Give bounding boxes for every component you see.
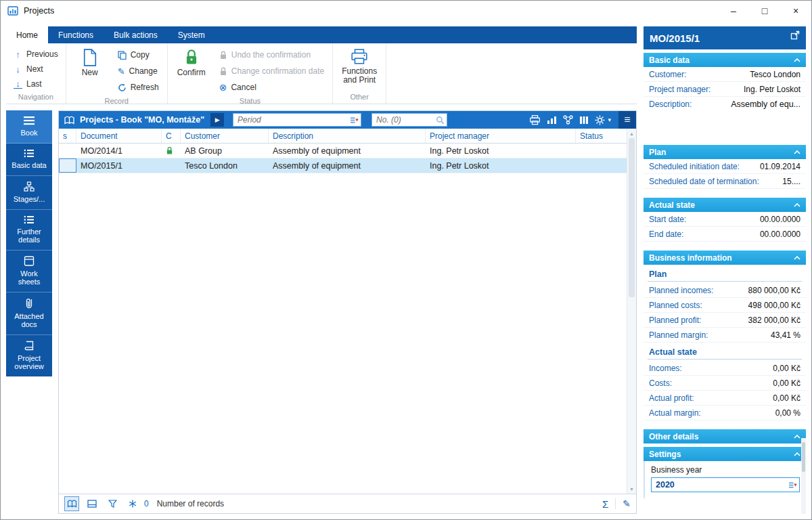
arrow-up-icon: ↑ xyxy=(14,50,22,59)
freeze-count-icon[interactable] xyxy=(125,496,140,511)
refresh-button[interactable]: Refresh xyxy=(115,80,162,95)
main-row: Book Basic data Stages/... xyxy=(6,104,637,514)
related-agendas-icon[interactable] xyxy=(563,115,573,125)
list-footer: 0 Number of records Σ ✎ xyxy=(59,494,636,513)
tab-system[interactable]: System xyxy=(168,26,215,43)
sidebar-item-label: Book xyxy=(20,129,37,137)
section-header-other-details[interactable]: Other details xyxy=(644,429,806,443)
columns-icon[interactable] xyxy=(579,116,589,125)
scrollbar-track[interactable] xyxy=(627,138,636,484)
period-input[interactable] xyxy=(233,115,350,125)
table-row[interactable]: MO/2014/1 AB Group Assembly of equipment… xyxy=(59,144,627,158)
settings-gear-icon[interactable] xyxy=(595,115,605,125)
table-empty-area xyxy=(59,173,627,494)
sidebar-item-label: Further details xyxy=(11,228,47,244)
book-icon xyxy=(24,341,35,351)
next-button[interactable]: ↓ Next xyxy=(12,62,60,76)
section-header-actual-state[interactable]: Actual state xyxy=(644,198,806,212)
section-header-business-information[interactable]: Business information xyxy=(644,251,806,265)
sidebar-item-work-sheets[interactable]: Work sheets xyxy=(6,251,52,292)
functions-and-print-button[interactable]: Functions and Print xyxy=(337,45,382,93)
section-header-basic-data[interactable]: Basic data xyxy=(644,53,806,67)
arrow-down-icon: ↓ xyxy=(14,65,22,74)
sidebar-item-basic-data[interactable]: Basic data xyxy=(6,144,52,176)
maximize-button[interactable]: □ xyxy=(749,1,780,21)
number-search-box[interactable] xyxy=(371,113,447,127)
field-label: Customer: xyxy=(649,70,686,79)
column-header-c[interactable]: C xyxy=(162,129,181,143)
number-search-input[interactable] xyxy=(372,115,436,125)
field-label: Planned incomes: xyxy=(649,286,713,295)
tab-functions[interactable]: Functions xyxy=(48,26,104,43)
expand-panel-icon[interactable] xyxy=(790,30,800,40)
app-body: Home Functions Bulk actions System ↑ Pre… xyxy=(1,21,811,519)
section-header-plan[interactable]: Plan xyxy=(644,145,806,159)
change-confirmation-date-button[interactable]: Change confirmation date xyxy=(217,64,327,79)
close-button[interactable]: × xyxy=(780,1,811,21)
sidebar-item-label: Attached docs xyxy=(11,312,47,328)
table-row-selected[interactable]: MO/2015/1 Tesco London Assembly of equip… xyxy=(59,158,627,173)
list-menu-button[interactable]: ≡ xyxy=(618,111,636,129)
scroll-up-icon[interactable]: ▲ xyxy=(629,129,634,138)
footer-right-icons: Σ ✎ xyxy=(602,498,631,510)
tab-bulk-actions[interactable]: Bulk actions xyxy=(104,26,168,43)
sidebar-item-further-details[interactable]: Further details xyxy=(6,210,52,251)
field-label: Costs: xyxy=(649,378,672,388)
print-icon[interactable] xyxy=(529,115,541,125)
table-scrollbar[interactable]: ▲ ▼ xyxy=(627,129,636,494)
column-header-description[interactable]: Description xyxy=(269,129,426,143)
column-header-document[interactable]: Document xyxy=(76,129,162,143)
panel-scrollbar-thumb[interactable] xyxy=(802,442,805,472)
field-value: 382 000,00 Kč xyxy=(748,316,800,325)
minimize-button[interactable]: – xyxy=(718,1,749,21)
field-value: 00.00.0000 xyxy=(760,230,800,239)
last-button[interactable]: ↓ Last xyxy=(12,77,60,91)
undo-confirmation-button[interactable]: Undo the confirmation xyxy=(217,47,327,62)
other-group-label: Other xyxy=(337,93,382,104)
confirm-button[interactable]: Confirm xyxy=(172,45,211,97)
copy-button[interactable]: Copy xyxy=(115,47,162,62)
new-button[interactable]: New xyxy=(70,45,110,97)
section-header-settings[interactable]: Settings xyxy=(644,447,806,461)
column-header-customer[interactable]: Customer xyxy=(181,129,269,143)
sidebar-item-stages[interactable]: Stages/... xyxy=(6,176,52,210)
cancel-button[interactable]: ⊗ Cancel xyxy=(217,80,327,95)
edit-icon[interactable]: ✎ xyxy=(623,498,631,509)
tab-home[interactable]: Home xyxy=(6,26,48,43)
confirmed-cell xyxy=(162,144,181,158)
sidebar-item-attached-docs[interactable]: Attached docs xyxy=(6,292,52,335)
field-label: Actual margin: xyxy=(649,408,701,418)
sidebar-item-book[interactable]: Book xyxy=(6,110,52,144)
scrollbar-thumb[interactable] xyxy=(629,138,635,297)
change-button[interactable]: ✎ Change xyxy=(115,64,162,79)
book-select-button[interactable]: ▶ xyxy=(210,113,224,127)
navigation-group-label: Navigation xyxy=(10,93,62,104)
customer-cell: AB Group xyxy=(181,144,269,158)
chevron-up-icon xyxy=(794,203,800,207)
scroll-down-icon[interactable]: ▼ xyxy=(629,484,634,494)
row-selector-cell[interactable] xyxy=(59,144,76,158)
previous-button[interactable]: ↑ Previous xyxy=(12,47,60,61)
filter-icon[interactable] xyxy=(105,496,120,511)
field-label: Start date: xyxy=(649,215,686,224)
business-year-combo[interactable] xyxy=(651,477,800,492)
column-header-status[interactable]: Status xyxy=(576,129,627,143)
period-combo[interactable] xyxy=(233,113,361,127)
column-header-project-manager[interactable]: Project manager xyxy=(426,129,576,143)
column-header-s[interactable]: s xyxy=(59,129,76,143)
field-label: Description: xyxy=(649,100,692,109)
titlebar: Projects – □ × xyxy=(1,1,811,21)
sidebar-item-label: Project overview xyxy=(11,354,47,370)
business-year-input[interactable] xyxy=(652,480,788,490)
row-selector-cell[interactable] xyxy=(59,158,76,173)
description-text-area[interactable] xyxy=(644,112,806,142)
book-view-toggle-button[interactable] xyxy=(64,496,79,511)
field-value: 00.00.0000 xyxy=(760,215,800,224)
panel-scrollbar[interactable] xyxy=(801,438,806,514)
gray-lock-icon xyxy=(219,51,227,60)
detail-panel-toggle-button[interactable] xyxy=(85,496,99,511)
sidebar-item-project-overview[interactable]: Project overview xyxy=(6,335,52,376)
sum-icon[interactable]: Σ xyxy=(602,498,608,510)
chart-icon[interactable] xyxy=(547,116,557,125)
field-value: 0,00 Kč xyxy=(773,378,800,388)
